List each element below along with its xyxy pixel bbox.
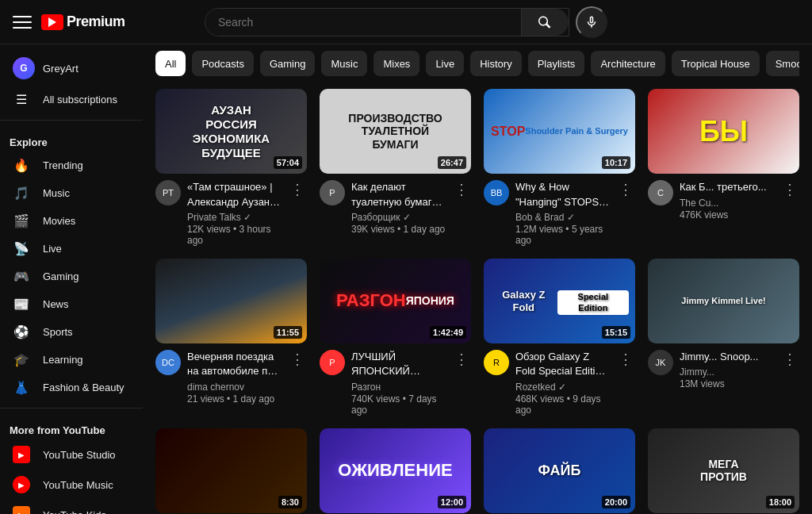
video-thumbnail: ПРОИЗВОДСТВОТУАЛЕТНОЙБУМАГИ 26:47 [320, 89, 471, 174]
video-thumbnail: АУЗАНРОССИЯЭКОНОМИКАБУДУЩЕЕ 57:04 [155, 89, 307, 174]
sidebar-item-sports[interactable]: ⚽ Sports [3, 318, 140, 346]
video-thumbnail: ФАЙБ 20:00 [484, 428, 635, 513]
topbar: Premium [0, 0, 812, 44]
video-channel: Разгон [351, 382, 446, 393]
video-info: JK Jimmy... Snoop... Jimmy... 13M views … [648, 350, 799, 389]
sidebar-account[interactable]: G GreyArt [3, 51, 140, 86]
sidebar-item-live[interactable]: 📡 Live [3, 235, 140, 263]
video-thumbnail: МЕГАПРОТИВ 18:00 [648, 428, 799, 513]
sidebar-item-ytmusic[interactable]: ▶ YouTube Music [3, 470, 140, 500]
avatar: G [13, 57, 35, 79]
chip-mixes[interactable]: Mixes [373, 51, 419, 76]
search-button[interactable] [521, 9, 569, 36]
video-title: Вечерняя поездка на автомобиле по Москве… [187, 350, 282, 378]
sidebar-item-ytkids[interactable]: ▶ YouTube Kids [3, 500, 140, 514]
sidebar: G GreyArt ☰ All subscriptions Explore 🔥 … [0, 44, 143, 514]
video-more-button[interactable]: ⋮ [780, 180, 799, 199]
video-stats: 476K views [680, 209, 774, 221]
subscriptions-icon: ☰ [13, 92, 30, 107]
sidebar-item-all-subscriptions[interactable]: ☰ All subscriptions [3, 86, 140, 113]
explore-title: Explore [0, 127, 143, 152]
chip-podcasts[interactable]: Podcasts [192, 51, 253, 76]
chip-gaming[interactable]: Gaming [260, 51, 316, 76]
chip-tropical[interactable]: Tropical House [672, 51, 760, 76]
channel-avatar: BB [484, 180, 509, 205]
chip-music[interactable]: Music [321, 51, 367, 76]
video-more-button[interactable]: ⋮ [452, 350, 471, 369]
content-area: All Podcasts Gaming Music Mixes Live His… [143, 44, 812, 514]
video-thumbnail: ОЖИВЛЕНИЕ 12:00 [320, 428, 471, 513]
mic-button[interactable] [576, 6, 607, 38]
video-duration: 57:04 [274, 156, 302, 169]
sidebar-item-news[interactable]: 📰 News [3, 290, 140, 318]
video-grid: АУЗАНРОССИЯЭКОНОМИКАБУДУЩЕЕ 57:04 PT «Та… [155, 89, 799, 514]
video-card[interactable]: Galaxy Z FoldSpecial Edition 15:15 R Обз… [484, 259, 635, 416]
chip-history[interactable]: History [470, 51, 521, 76]
video-card[interactable]: БЫ C Как Б... третьего... The Cu... 476K… [648, 89, 799, 246]
video-more-button[interactable]: ⋮ [452, 180, 471, 199]
video-duration: 11:55 [274, 326, 302, 339]
video-channel: Разборщик ✓ [351, 212, 446, 223]
fashion-icon: 👗 [13, 380, 30, 395]
channel-avatar: Р [320, 180, 345, 205]
sidebar-item-gaming[interactable]: 🎮 Gaming [3, 263, 140, 290]
learning-label: Learning [43, 354, 83, 366]
video-channel: Rozetked ✓ [515, 382, 610, 393]
movies-icon: 🎬 [13, 213, 30, 228]
chip-jazz[interactable]: Smooth Jazz [766, 51, 799, 76]
sidebar-item-studio[interactable]: ▶ YouTube Studio [3, 439, 140, 470]
video-more-button[interactable]: ⋮ [780, 350, 799, 369]
main-layout: G GreyArt ☰ All subscriptions Explore 🔥 … [0, 44, 812, 514]
video-stats: 1.2M views • 5 years ago [515, 224, 610, 246]
fashion-label: Fashion & Beauty [43, 382, 124, 393]
video-card[interactable]: МЕГАПРОТИВ 18:00 MP МЕГА ПРОТИВ... МЕГА … [648, 428, 799, 514]
video-channel: Jimmy... [680, 366, 774, 378]
sidebar-item-music[interactable]: 🎵 Music [3, 179, 140, 207]
live-label: Live [43, 243, 62, 255]
video-more-button[interactable]: ⋮ [288, 350, 307, 369]
video-info: BB Why & How "Hanging" STOPS Shoulder Pa… [484, 180, 635, 245]
video-card[interactable]: STOPShoulder Pain & Surgery 10:17 BB Why… [484, 89, 635, 246]
logo-text: Premium [67, 13, 125, 30]
channel-avatar: C [648, 180, 673, 205]
video-title: «Там страшное» | Александр Аузан о главн… [187, 180, 282, 209]
video-more-button[interactable]: ⋮ [616, 180, 635, 199]
search-input[interactable] [205, 9, 521, 36]
video-meta: «Там страшное» | Александр Аузан о главн… [187, 180, 282, 245]
sidebar-item-movies[interactable]: 🎬 Movies [3, 207, 140, 235]
video-card[interactable]: РАЗГОНЯПОНИЯ 1:42:49 Р ЛУЧШИЙ ЯПОНСКИЙ А… [320, 259, 471, 416]
chip-playlists[interactable]: Playlists [528, 51, 585, 76]
chip-architecture[interactable]: Architecture [591, 51, 665, 76]
video-card[interactable]: Jimmy Kimmel Live! JK Jimmy... Snoop... … [648, 259, 799, 416]
sidebar-item-fashion[interactable]: 👗 Fashion & Beauty [3, 374, 140, 401]
more-title: More from YouTube [0, 415, 143, 439]
video-more-button[interactable]: ⋮ [288, 180, 307, 199]
video-title: Обзор Galaxy Z Fold Special Edition — бо… [515, 350, 610, 378]
chip-live[interactable]: Live [426, 51, 464, 76]
sidebar-item-trending[interactable]: 🔥 Trending [3, 152, 140, 179]
ytkids-icon: ▶ [13, 506, 30, 514]
video-card[interactable]: ПРОИЗВОДСТВОТУАЛЕТНОЙБУМАГИ 26:47 Р Как … [320, 89, 471, 246]
menu-button[interactable] [13, 13, 32, 32]
video-duration: 18:00 [766, 496, 795, 508]
video-card[interactable]: АУЗАНРОССИЯЭКОНОМИКАБУДУЩЕЕ 57:04 PT «Та… [155, 89, 307, 246]
video-duration: 15:15 [602, 326, 630, 339]
sidebar-item-learning[interactable]: 🎓 Learning [3, 346, 140, 374]
filter-row: All Podcasts Gaming Music Mixes Live His… [155, 51, 799, 76]
topbar-left: Premium [13, 13, 155, 32]
chip-all[interactable]: All [155, 51, 186, 76]
video-meta: Как делают туалетную бумагу. Производств… [351, 180, 446, 234]
video-more-button[interactable]: ⋮ [616, 350, 635, 369]
logo[interactable]: Premium [41, 13, 125, 30]
video-duration: 20:00 [602, 496, 630, 508]
video-title: Как делают туалетную бумагу. Производств… [351, 180, 446, 209]
video-card[interactable]: 8:30 C9 Оживление... Channel 9 10K views… [155, 428, 307, 514]
gaming-label: Gaming [43, 270, 79, 282]
sports-label: Sports [43, 326, 73, 338]
video-card[interactable]: 11:55 DC Вечерняя поездка на автомобиле … [155, 259, 307, 416]
video-title: ЛУЧШИЙ ЯПОНСКИЙ АВТОМОБИЛЬ / РАЗГОН [351, 350, 446, 378]
video-info: Р Как делают туалетную бумагу. Производс… [320, 180, 471, 234]
video-thumbnail: РАЗГОНЯПОНИЯ 1:42:49 [320, 259, 471, 343]
video-card[interactable]: ОЖИВЛЕНИЕ 12:00 Ch Оживление... Channel … [320, 428, 471, 514]
video-card[interactable]: ФАЙБ 20:00 F Файб... Channel 11 200K vie… [484, 428, 635, 514]
